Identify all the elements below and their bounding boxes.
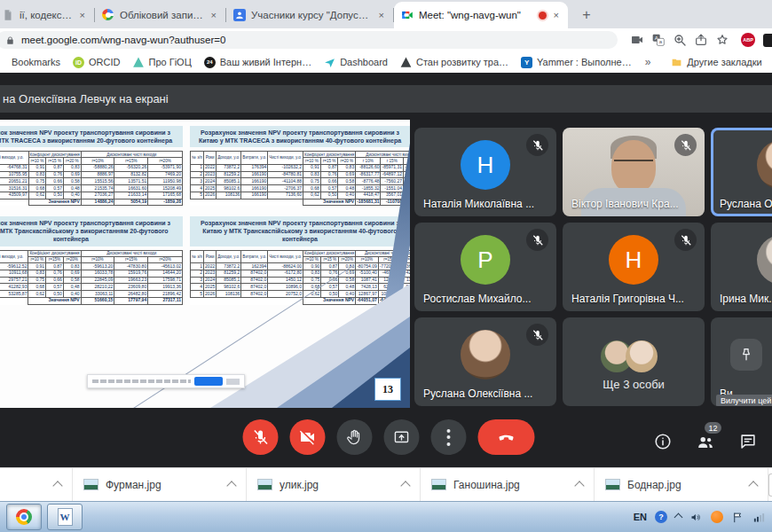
participant-tile[interactable]: ВиВилучити цей: [711, 317, 772, 406]
avast-icon[interactable]: [711, 511, 723, 523]
download-filename: Фурман.jpg: [106, 479, 161, 491]
bookmark-item[interactable]: iDORCID: [67, 57, 126, 68]
npv-table: Чисті виходи, у.о.Коефіцієнт дисконтуван…: [0, 151, 183, 206]
camera-off-button[interactable]: [290, 419, 326, 455]
info-button[interactable]: [653, 432, 673, 451]
mic-off-icon: [674, 229, 697, 251]
extension-icons: ABP2: [741, 32, 772, 48]
participant-count-badge: 12: [705, 422, 721, 434]
raise-hand-button[interactable]: [337, 419, 373, 455]
people-button[interactable]: 12: [696, 432, 715, 451]
download-item[interactable]: Фурман.jpg: [73, 468, 247, 501]
notification-secondary-button[interactable]: [226, 379, 240, 385]
speaker-icon[interactable]: [689, 511, 703, 524]
language-indicator[interactable]: EN: [634, 512, 647, 522]
taskbar-word-button[interactable]: W: [47, 504, 83, 530]
image-file-icon: [83, 479, 98, 490]
participant-tile[interactable]: Ірина Мик...: [711, 223, 772, 311]
lock-icon[interactable]: [5, 35, 15, 45]
notification-text-placeholder: [92, 379, 191, 383]
bookmark-item[interactable]: YYammer : Выполне…: [515, 57, 638, 68]
avatar: Р: [461, 235, 510, 285]
help-icon[interactable]: ?: [655, 511, 667, 523]
expand-chevron-icon[interactable]: [226, 481, 236, 490]
tab-close-icon[interactable]: ×: [377, 10, 386, 21]
notification-bar[interactable]: [87, 374, 245, 388]
mic-off-button[interactable]: [243, 419, 279, 455]
taskbar: W EN?: [0, 501, 772, 532]
mic-off-icon: [674, 134, 697, 156]
end-call-button[interactable]: [478, 419, 535, 455]
downloads-bar-items: Фурман.jpgулик.jpgГаношина.jpgБоднар.jpg: [73, 468, 768, 501]
zoom-in-icon[interactable]: [673, 33, 687, 47]
notification-primary-button[interactable]: [194, 377, 223, 386]
tab-2[interactable]: Обліковий запис Google×: [95, 2, 225, 28]
meet-stage: на Олексіївна Левчук на екрані Розрахуно…: [0, 73, 772, 467]
present-button[interactable]: [384, 419, 420, 455]
tab-4[interactable]: Meet: "wng-navg-wun"×: [394, 2, 568, 28]
expand-chevron-icon[interactable]: [52, 481, 62, 490]
taskbar-chrome-button[interactable]: [6, 504, 42, 530]
participant-tile[interactable]: Руслана О...: [711, 128, 772, 216]
adblock-icon[interactable]: ABP: [741, 33, 755, 47]
pin-button[interactable]: [730, 339, 762, 371]
tab-title: Обліковий запис Google: [120, 10, 204, 20]
expand-chevron-icon[interactable]: [574, 481, 584, 490]
translate-icon[interactable]: Aa: [651, 33, 666, 47]
mic-off-icon: [526, 229, 548, 251]
other-bookmarks-button[interactable]: Другие закладки: [665, 57, 768, 68]
tab-close-icon[interactable]: ×: [209, 10, 218, 21]
download-item[interactable]: Боднар.jpg: [595, 468, 768, 501]
npv-table: № з/пРокиДоходи, у.о.Витрати, у.о.Чисті …: [190, 151, 410, 206]
show-all-downloads-button[interactable]: [768, 473, 772, 497]
avatar: [757, 140, 772, 190]
share-icon[interactable]: [694, 33, 708, 47]
participant-tile[interactable]: ННаталія Миколаївна ...: [414, 128, 556, 216]
bookmark-label: Ваш живий Інтерн…: [220, 57, 311, 67]
table-title: Розрахунок значення NPV проекту транспор…: [190, 126, 410, 147]
npv-table: Чисті виходи, у.о.Коефіцієнт дисконтуван…: [0, 250, 183, 305]
download-item-partial[interactable]: [0, 468, 73, 501]
browser-toolbar: meet.google.com/wng-navg-wun?authuser=0 …: [0, 28, 772, 51]
npv-table-transcaspian-20ft: Розрахунок значення NPV проекту транспор…: [0, 216, 183, 304]
meet-icon: [401, 9, 414, 21]
mic-off-icon: [526, 324, 548, 346]
camera-in-use-icon[interactable]: [630, 33, 644, 47]
bookmark-item[interactable]: 24Ваш живий Інтерн…: [198, 57, 318, 68]
download-item[interactable]: Ганошина.jpg: [421, 468, 595, 501]
bookmarks-overflow-chevron[interactable]: »: [638, 56, 658, 68]
tab-close-icon[interactable]: ×: [552, 10, 561, 21]
expand-chevron-icon[interactable]: [748, 481, 758, 490]
chat-button[interactable]: [738, 432, 758, 451]
expand-chevron-icon[interactable]: [400, 481, 410, 490]
other-bookmarks-label: Другие закладки: [687, 57, 761, 67]
participant-tile[interactable]: Руслана Олексіївна ...: [414, 317, 556, 406]
tab-close-icon[interactable]: ×: [78, 10, 87, 21]
bookmark-label: Стан розвитку тра…: [416, 57, 508, 67]
bookmark-item[interactable]: Стан розвитку тра…: [394, 57, 515, 68]
extension-badged-icon[interactable]: 2: [763, 34, 772, 47]
tab-1[interactable]: ії, кодекс на тра×: [0, 2, 94, 28]
bookmark-item[interactable]: Dashboard: [318, 57, 394, 68]
bookmark-star-icon[interactable]: [715, 33, 729, 47]
participant-tile[interactable]: Віктор Іванович Кра...: [563, 128, 705, 216]
more-options-button[interactable]: [431, 419, 467, 455]
bookmark-label: ORCID: [89, 57, 120, 67]
participant-tile[interactable]: РРостислав Михайло...: [414, 223, 556, 311]
yammer-icon: Y: [521, 57, 532, 68]
tab-3[interactable]: Учасники курсу "Допуск до зах×: [226, 2, 393, 28]
download-item[interactable]: улик.jpg: [247, 468, 421, 501]
hidden-icons-chevron[interactable]: [674, 512, 683, 521]
slide-page-number: 13: [374, 378, 401, 401]
action-center-flag-icon[interactable]: [731, 511, 744, 524]
address-bar[interactable]: meet.google.com/wng-navg-wun?authuser=0: [0, 31, 618, 49]
network-signal-icon[interactable]: [752, 511, 766, 524]
avatar: [461, 330, 510, 379]
participant-tile[interactable]: ННаталія Григорівна Ч...: [563, 223, 705, 311]
participant-name: Ірина Мик...: [720, 293, 772, 305]
bookmark-item[interactable]: Про ГіОЦ: [126, 57, 197, 68]
bookmark-item[interactable]: Bookmarks: [5, 57, 67, 67]
new-tab-button[interactable]: +: [575, 4, 598, 27]
download-filename: улик.jpg: [280, 479, 319, 491]
participant-tile[interactable]: Ще 3 особи: [563, 317, 705, 406]
